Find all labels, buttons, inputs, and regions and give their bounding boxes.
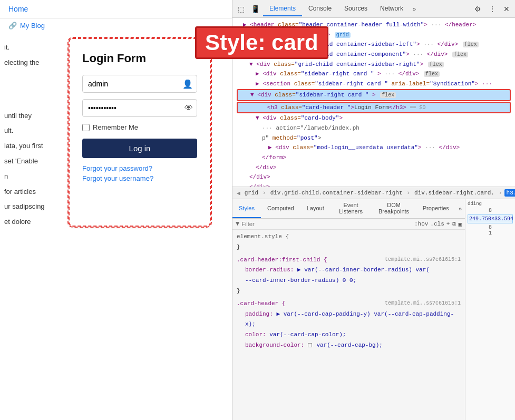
breadcrumb-arrow[interactable]: ◀ (237, 190, 240, 197)
user-icon: 👤 (182, 79, 193, 89)
rule-selector-1[interactable]: .card-header:first-child { (237, 257, 327, 263)
box-dimensions: 249.750×33.594 (468, 214, 513, 223)
hint-toggle[interactable]: ▣ (458, 221, 462, 228)
file-ref-2: template.mi..ss?c61615:1 (385, 299, 461, 308)
password-group: 👁 (82, 99, 197, 117)
remember-row: Remember Me (82, 123, 197, 131)
forgot-username-link[interactable]: Forgot your username? (82, 174, 197, 182)
left-text-3: until they (4, 111, 59, 122)
username-input[interactable] (82, 75, 197, 93)
remember-checkbox[interactable] (82, 124, 90, 131)
breadcrumb-card-header[interactable]: h3.card-header. (504, 189, 515, 197)
left-text-4: ult. (4, 125, 59, 136)
tab-event-listeners[interactable]: Event Listeners (331, 199, 372, 218)
box-model-panel: dding 8 249.750×33.594 8 1 (465, 199, 515, 420)
left-text-9: ur sadipscing (4, 201, 59, 212)
login-links: Forgot your password? Forgot your userna… (82, 164, 197, 182)
left-text-10: et dolore (4, 217, 59, 228)
hint-hov[interactable]: :hov (414, 221, 428, 228)
left-text-2: electing the (4, 57, 59, 69)
more-options-btn[interactable]: ⋮ (485, 3, 499, 15)
blog-link[interactable]: My Blog (20, 22, 45, 30)
filter-icon: ▼ (236, 220, 239, 228)
left-text-5: lata, you first (4, 141, 59, 152)
remember-label: Remember Me (93, 123, 138, 131)
file-ref-1: template.mi..ss?c61615:1 (385, 255, 461, 265)
tree-line-15[interactable]: </div> (237, 163, 511, 173)
tree-line-7[interactable]: ▶ <section class="sidebar-right card " a… (237, 79, 511, 89)
password-input[interactable] (82, 99, 197, 117)
tab-dom-breakpoints[interactable]: DOM Breakpoints (371, 199, 416, 218)
device-toolbar-btn[interactable]: 📱 (248, 3, 263, 15)
style-rule-card-header-first: .card-header:first-child { template.mi..… (237, 255, 461, 297)
left-text-8: for articles (4, 187, 59, 198)
devtools-toolbar: ⬚ 📱 Elements Console Sources Network » ⚙… (232, 0, 515, 18)
tab-console[interactable]: Console (302, 2, 338, 16)
breadcrumb-sidebar-right[interactable]: div.grid-child.container-sidebar-right (268, 189, 405, 197)
tab-properties[interactable]: Properties (416, 199, 455, 218)
tree-line-9[interactable]: <h3 class="card-header ">Login Form</h3>… (237, 102, 511, 114)
tree-line-10[interactable]: ▼ <div class="card-body"> (237, 113, 511, 123)
eye-icon[interactable]: 👁 (184, 103, 193, 113)
styles-content: element.style { } .card-header:first-chi… (232, 230, 465, 355)
tab-styles-more[interactable]: » (455, 199, 465, 218)
box-padding-label: dding (468, 201, 513, 207)
styles-main-content: Styles Computed Layout Event Listeners D… (232, 199, 465, 420)
settings-btn[interactable]: ⚙ (471, 3, 484, 15)
close-devtools-btn[interactable]: ✕ (500, 3, 513, 15)
tree-line-17[interactable]: </div> (237, 182, 511, 187)
box-padding-value: 8 (468, 208, 513, 213)
left-text-7: n (4, 171, 59, 182)
breadcrumb-grid[interactable]: grid (242, 189, 260, 197)
left-text-1: it. (4, 42, 59, 53)
login-title: Login Form (82, 52, 197, 65)
left-website-panel: Home 🔗 My Blog it. electing the until th… (0, 0, 232, 420)
html-tree: ▶ <header class="header container-header… (232, 18, 515, 187)
login-card: Login Form 👤 👁 Remember Me Log in Forgot… (69, 38, 211, 227)
rule-selector-2[interactable]: .card-header { (237, 300, 285, 307)
tab-sources[interactable]: Sources (338, 2, 374, 16)
tree-line-12[interactable]: p" method="post"> (237, 133, 511, 143)
inspect-element-btn[interactable]: ⬚ (235, 3, 248, 15)
tree-line-2[interactable]: ▼ <div class="site-grid"> grid (237, 30, 511, 40)
element-style-header: element.style { (237, 233, 289, 240)
tab-network[interactable]: Network (374, 2, 410, 16)
tab-more[interactable]: » (410, 4, 419, 14)
box-margin: 8 (468, 224, 513, 230)
styles-tabs: Styles Computed Layout Event Listeners D… (232, 199, 465, 219)
filter-hints: :hov .cls + ⧉ ▣ (414, 221, 462, 228)
element-style-closing: } (237, 244, 240, 250)
filter-input[interactable] (241, 221, 412, 227)
hint-plus[interactable]: + (446, 221, 450, 228)
breadcrumb-card[interactable]: div.sidebar-right.card. (412, 189, 497, 197)
tree-line-11[interactable]: ··· action="/lamweb/index.ph (237, 123, 511, 133)
tree-line-8[interactable]: ▼ <div class="sidebar-right card " > fle… (237, 89, 511, 101)
box-border: 1 (468, 230, 513, 236)
styles-filter-bar: ▼ :hov .cls + ⧉ ▣ (232, 219, 465, 230)
tree-line-13[interactable]: ▶ <div class="mod-login__userdata userda… (237, 143, 511, 153)
tree-line-3[interactable]: ▶ <div class="grid-child container-sideb… (237, 40, 511, 50)
login-button[interactable]: Log in (82, 139, 197, 158)
style-rule-element: element.style { } (237, 232, 461, 253)
tree-line-16[interactable]: </div> (237, 172, 511, 182)
hint-cls[interactable]: .cls (430, 221, 444, 228)
tab-elements[interactable]: Elements (263, 2, 302, 16)
forgot-password-link[interactable]: Forgot your password? (82, 164, 197, 172)
hint-copy[interactable]: ⧉ (452, 221, 456, 228)
tab-computed[interactable]: Computed (261, 199, 300, 218)
tab-styles[interactable]: Styles (232, 199, 261, 218)
style-rule-card-header: .card-header { template.mi..ss?c61615:1 … (237, 299, 461, 351)
tab-layout[interactable]: Layout (300, 199, 331, 218)
tree-line-1[interactable]: ▶ <header class="header container-header… (237, 20, 511, 30)
devtools-panel: ⬚ 📱 Elements Console Sources Network » ⚙… (232, 0, 515, 420)
tree-line-4[interactable]: ▶ <div class="grid-child container-compo… (237, 50, 511, 60)
tree-line-5[interactable]: ▼ <div class="grid-child container-sideb… (237, 60, 511, 70)
left-text-6: set 'Enable (4, 156, 59, 167)
left-body: it. electing the until they ult. lata, y… (0, 33, 232, 237)
breadcrumb-bar: ◀ grid › div.grid-child.container-sideba… (232, 187, 515, 199)
home-link[interactable]: Home (8, 5, 28, 13)
tree-line-14[interactable]: </form> (237, 153, 511, 163)
tree-line-6[interactable]: ▶ <div class="sidebar-right card " > ···… (237, 69, 511, 79)
nav-bar: Home (0, 0, 232, 18)
devtools-gear-area: ⚙ ⋮ ✕ (471, 3, 513, 15)
